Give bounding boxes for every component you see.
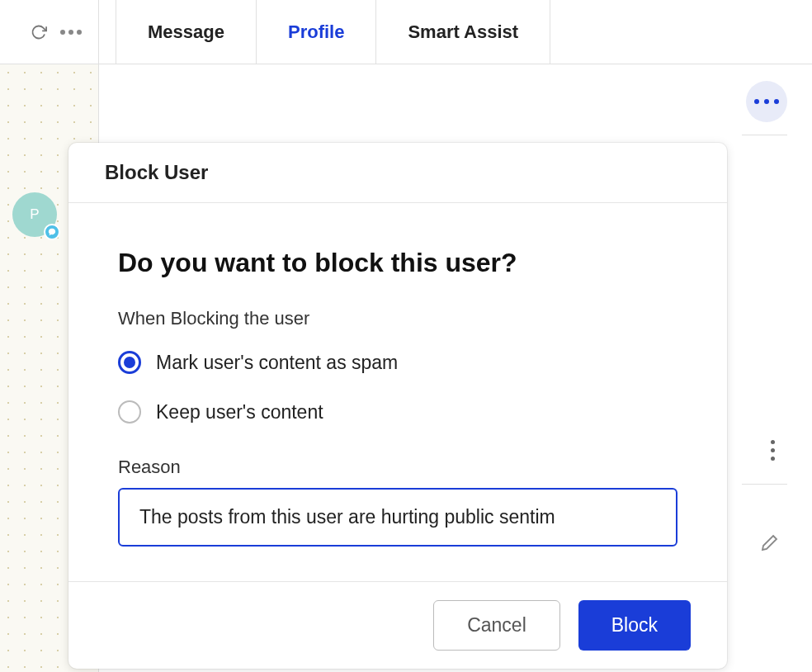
content-area: P Block User Do you want to block this u… [0,64,812,672]
block-user-dialog: Block User Do you want to block this use… [68,143,727,669]
avatar-initial: P [30,206,39,223]
dialog-footer: Cancel Block [68,581,727,669]
tab-profile[interactable]: Profile [257,0,376,64]
dialog-title: Block User [105,161,691,184]
radio-icon-unselected [118,400,141,424]
reason-label: Reason [118,457,677,478]
radio-keep-content[interactable]: Keep user's content [118,400,677,424]
radio-label: Mark user's content as spam [156,352,398,374]
more-menu-icon[interactable] [60,30,82,35]
refresh-icon[interactable] [31,24,47,40]
avatar-wrap: P [12,192,57,237]
cancel-button[interactable]: Cancel [433,600,560,651]
blocking-options: Mark user's content as spam Keep user's … [118,351,677,424]
more-actions-button[interactable] [746,81,787,122]
dialog-body: Do you want to block this user? When Blo… [68,203,727,581]
radio-label: Keep user's content [156,401,323,424]
edit-icon[interactable] [759,533,779,553]
dialog-heading: Do you want to block this user? [118,248,677,278]
left-controls [0,0,99,64]
chat-badge-icon [44,224,60,240]
blocking-section-label: When Blocking the user [118,308,677,329]
overflow-menu-icon[interactable] [771,440,775,461]
tab-smart-assist[interactable]: Smart Assist [376,0,550,64]
dialog-header: Block User [68,143,727,203]
tab-message[interactable]: Message [116,0,257,64]
radio-icon-selected [118,351,141,374]
radio-mark-spam[interactable]: Mark user's content as spam [118,351,677,374]
tabs-container: Message Profile Smart Assist [99,0,550,64]
user-avatar[interactable]: P [12,192,57,237]
reason-input[interactable] [118,488,677,547]
top-toolbar: Message Profile Smart Assist [0,0,812,64]
divider [742,135,787,135]
block-button[interactable]: Block [578,600,691,651]
divider [742,484,787,485]
